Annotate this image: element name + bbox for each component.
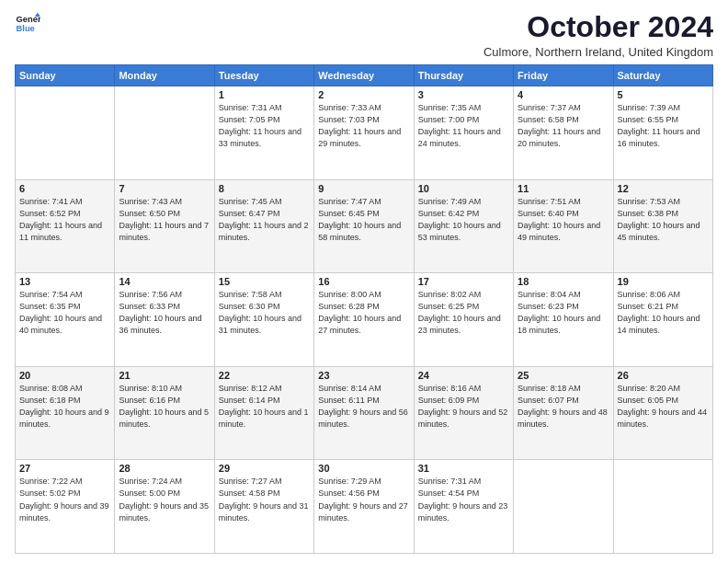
day-info: Sunrise: 7:27 AM Sunset: 4:58 PM Dayligh… [219,476,310,523]
title-block: October 2024 Culmore, Northern Ireland, … [483,11,713,59]
calendar-cell: 1Sunrise: 7:31 AM Sunset: 7:05 PM Daylig… [214,86,313,180]
calendar-cell: 27Sunrise: 7:22 AM Sunset: 5:02 PM Dayli… [16,460,115,554]
day-info: Sunrise: 8:14 AM Sunset: 6:11 PM Dayligh… [318,383,409,431]
day-info: Sunrise: 8:06 AM Sunset: 6:21 PM Dayligh… [618,289,709,337]
page: General Blue October 2024 Culmore, North… [0,0,728,563]
day-number: 28 [119,463,210,474]
day-number: 5 [618,89,709,100]
day-number: 22 [219,370,310,381]
calendar-cell: 3Sunrise: 7:35 AM Sunset: 7:00 PM Daylig… [414,86,513,180]
calendar-cell: 19Sunrise: 8:06 AM Sunset: 6:21 PM Dayli… [613,273,712,367]
day-info: Sunrise: 7:29 AM Sunset: 4:56 PM Dayligh… [318,476,409,523]
calendar-cell: 10Sunrise: 7:49 AM Sunset: 6:42 PM Dayli… [414,179,513,273]
calendar-week-3: 13Sunrise: 7:54 AM Sunset: 6:35 PM Dayli… [16,273,713,367]
calendar-cell: 17Sunrise: 8:02 AM Sunset: 6:25 PM Dayli… [414,273,513,367]
day-info: Sunrise: 7:49 AM Sunset: 6:42 PM Dayligh… [418,196,509,244]
day-info: Sunrise: 8:00 AM Sunset: 6:28 PM Dayligh… [318,289,409,337]
calendar-cell: 21Sunrise: 8:10 AM Sunset: 6:16 PM Dayli… [115,366,214,460]
calendar-cell: 23Sunrise: 8:14 AM Sunset: 6:11 PM Dayli… [314,366,414,460]
day-number: 13 [19,276,110,287]
day-info: Sunrise: 8:20 AM Sunset: 6:05 PM Dayligh… [618,383,709,431]
day-number: 23 [318,370,409,381]
calendar-cell: 31Sunrise: 7:31 AM Sunset: 4:54 PM Dayli… [414,460,513,554]
calendar-cell: 9Sunrise: 7:47 AM Sunset: 6:45 PM Daylig… [314,179,414,273]
day-info: Sunrise: 8:12 AM Sunset: 6:14 PM Dayligh… [219,383,310,431]
day-number: 2 [318,89,409,100]
day-info: Sunrise: 7:56 AM Sunset: 6:33 PM Dayligh… [119,289,210,337]
calendar-cell: 22Sunrise: 8:12 AM Sunset: 6:14 PM Dayli… [214,366,313,460]
col-saturday: Saturday [613,65,712,86]
day-number: 31 [418,463,509,474]
day-info: Sunrise: 8:08 AM Sunset: 6:18 PM Dayligh… [19,383,110,431]
day-info: Sunrise: 7:33 AM Sunset: 7:03 PM Dayligh… [318,102,409,150]
calendar-cell: 16Sunrise: 8:00 AM Sunset: 6:28 PM Dayli… [314,273,414,367]
day-info: Sunrise: 7:43 AM Sunset: 6:50 PM Dayligh… [119,196,210,244]
day-info: Sunrise: 7:31 AM Sunset: 7:05 PM Dayligh… [219,102,310,150]
col-friday: Friday [514,65,613,86]
calendar-cell: 6Sunrise: 7:41 AM Sunset: 6:52 PM Daylig… [16,179,115,273]
calendar-cell [16,86,115,180]
day-info: Sunrise: 7:35 AM Sunset: 7:00 PM Dayligh… [418,102,509,150]
day-number: 6 [19,183,110,194]
day-info: Sunrise: 7:31 AM Sunset: 4:54 PM Dayligh… [418,476,509,523]
col-sunday: Sunday [16,65,115,86]
calendar-cell: 11Sunrise: 7:51 AM Sunset: 6:40 PM Dayli… [514,179,613,273]
day-number: 15 [219,276,310,287]
day-number: 8 [219,183,310,194]
calendar-cell: 8Sunrise: 7:45 AM Sunset: 6:47 PM Daylig… [214,179,313,273]
col-wednesday: Wednesday [314,65,414,86]
calendar-cell: 25Sunrise: 8:18 AM Sunset: 6:07 PM Dayli… [514,366,613,460]
calendar-cell: 28Sunrise: 7:24 AM Sunset: 5:00 PM Dayli… [115,460,214,554]
calendar-cell: 29Sunrise: 7:27 AM Sunset: 4:58 PM Dayli… [214,460,313,554]
day-number: 27 [19,463,110,474]
calendar-table: Sunday Monday Tuesday Wednesday Thursday… [15,64,713,554]
day-number: 18 [518,276,609,287]
calendar-cell: 18Sunrise: 8:04 AM Sunset: 6:23 PM Dayli… [514,273,613,367]
day-number: 29 [219,463,310,474]
calendar-cell: 14Sunrise: 7:56 AM Sunset: 6:33 PM Dayli… [115,273,214,367]
day-info: Sunrise: 8:10 AM Sunset: 6:16 PM Dayligh… [119,383,210,431]
header: General Blue October 2024 Culmore, North… [15,11,713,59]
logo-icon: General Blue [15,11,40,37]
day-info: Sunrise: 8:18 AM Sunset: 6:07 PM Dayligh… [518,383,609,431]
calendar-cell: 24Sunrise: 8:16 AM Sunset: 6:09 PM Dayli… [414,366,513,460]
day-info: Sunrise: 7:54 AM Sunset: 6:35 PM Dayligh… [19,289,110,337]
calendar-week-4: 20Sunrise: 8:08 AM Sunset: 6:18 PM Dayli… [16,366,713,460]
day-number: 17 [418,276,509,287]
day-number: 30 [318,463,409,474]
day-number: 1 [219,89,310,100]
calendar-cell: 4Sunrise: 7:37 AM Sunset: 6:58 PM Daylig… [514,86,613,180]
calendar-cell: 30Sunrise: 7:29 AM Sunset: 4:56 PM Dayli… [314,460,414,554]
calendar-header-row: Sunday Monday Tuesday Wednesday Thursday… [16,65,713,86]
day-number: 10 [418,183,509,194]
day-info: Sunrise: 7:41 AM Sunset: 6:52 PM Dayligh… [19,196,110,244]
day-info: Sunrise: 7:37 AM Sunset: 6:58 PM Dayligh… [518,102,609,150]
day-number: 21 [119,370,210,381]
month-title: October 2024 [483,11,713,43]
day-number: 11 [518,183,609,194]
day-info: Sunrise: 7:24 AM Sunset: 5:00 PM Dayligh… [119,476,210,523]
day-info: Sunrise: 8:16 AM Sunset: 6:09 PM Dayligh… [418,383,509,431]
calendar-week-2: 6Sunrise: 7:41 AM Sunset: 6:52 PM Daylig… [16,179,713,273]
calendar-cell: 12Sunrise: 7:53 AM Sunset: 6:38 PM Dayli… [613,179,712,273]
calendar-cell [613,460,712,554]
day-number: 26 [618,370,709,381]
day-number: 24 [418,370,509,381]
calendar-cell: 2Sunrise: 7:33 AM Sunset: 7:03 PM Daylig… [314,86,414,180]
day-info: Sunrise: 7:39 AM Sunset: 6:55 PM Dayligh… [618,102,709,150]
col-tuesday: Tuesday [214,65,313,86]
day-info: Sunrise: 7:22 AM Sunset: 5:02 PM Dayligh… [19,476,110,523]
logo: General Blue [15,11,40,37]
day-info: Sunrise: 7:53 AM Sunset: 6:38 PM Dayligh… [618,196,709,244]
calendar-cell: 13Sunrise: 7:54 AM Sunset: 6:35 PM Dayli… [16,273,115,367]
day-info: Sunrise: 8:04 AM Sunset: 6:23 PM Dayligh… [518,289,609,337]
day-number: 7 [119,183,210,194]
calendar-week-5: 27Sunrise: 7:22 AM Sunset: 5:02 PM Dayli… [16,460,713,554]
calendar-cell: 5Sunrise: 7:39 AM Sunset: 6:55 PM Daylig… [613,86,712,180]
day-info: Sunrise: 7:45 AM Sunset: 6:47 PM Dayligh… [219,196,310,244]
day-info: Sunrise: 7:58 AM Sunset: 6:30 PM Dayligh… [219,289,310,337]
col-monday: Monday [115,65,214,86]
day-number: 14 [119,276,210,287]
calendar-cell: 26Sunrise: 8:20 AM Sunset: 6:05 PM Dayli… [613,366,712,460]
calendar-cell [514,460,613,554]
